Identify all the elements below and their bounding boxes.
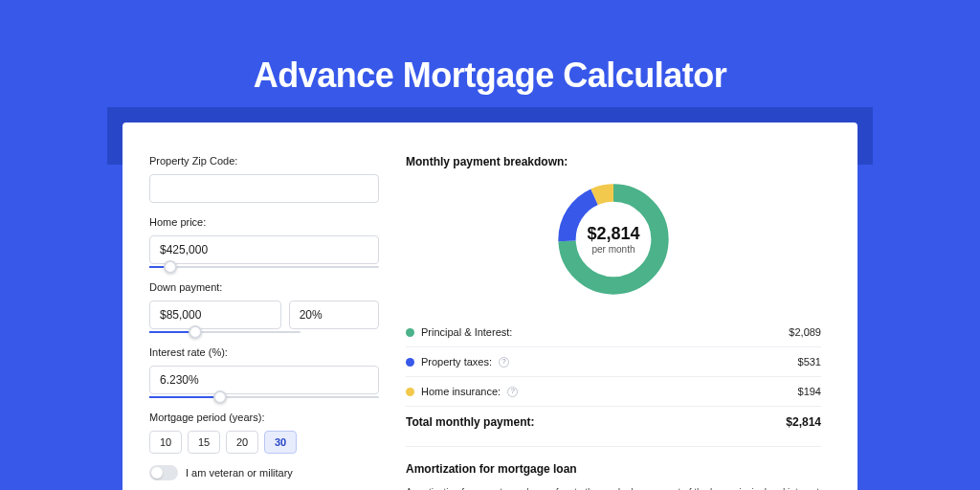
breakdown-total-row: Total monthly payment: $2,814 [406,407,821,442]
home-price-slider[interactable] [149,266,379,268]
breakdown-value: $2,089 [789,326,821,338]
veteran-toggle[interactable] [149,465,178,480]
zip-input[interactable] [149,174,379,203]
interest-rate-input[interactable] [149,366,379,394]
breakdown-value: $194 [798,386,821,397]
page-title: Advance Mortgage Calculator [0,0,980,96]
home-price-slider-thumb[interactable] [164,260,177,274]
down-payment-label: Down payment: [149,281,379,293]
breakdown-title: Monthly payment breakdown: [406,155,821,168]
mortgage-period-group: 10 15 20 30 [149,431,379,454]
period-option-20[interactable]: 20 [226,431,258,454]
info-icon[interactable]: ? [507,387,518,397]
down-payment-input[interactable] [149,301,281,329]
amortization-section: Amortization for mortgage loan Amortizat… [406,446,821,490]
info-icon[interactable]: ? [499,357,509,368]
mortgage-period-label: Mortgage period (years): [149,412,379,423]
amortization-text: Amortization for a mortgage loan refers … [406,485,821,490]
breakdown-row-insurance: Home insurance: ? $194 [406,377,821,407]
veteran-label: I am veteran or military [186,467,293,479]
home-price-label: Home price: [149,216,379,228]
input-panel: Property Zip Code: Home price: Down paym… [149,155,379,490]
period-option-30[interactable]: 30 [264,431,297,454]
amortization-title: Amortization for mortgage loan [406,462,821,476]
breakdown-value: $531 [798,356,821,368]
legend-dot-insurance [406,388,414,396]
breakdown-label: Home insurance: [421,386,501,397]
interest-rate-label: Interest rate (%): [149,346,379,358]
zip-label: Property Zip Code: [149,155,379,167]
down-payment-percent-input[interactable] [289,301,379,329]
breakdown-label: Principal & Interest: [421,326,512,338]
donut-center-amount: $2,814 [587,224,639,244]
calculator-card: Property Zip Code: Home price: Down paym… [122,122,858,490]
veteran-toggle-knob [151,467,163,479]
donut-center-sub: per month [591,244,635,255]
breakdown-panel: Monthly payment breakdown: $2,814 per mo… [406,155,821,490]
period-option-15[interactable]: 15 [188,431,220,454]
legend-dot-principal [406,328,414,337]
period-option-10[interactable]: 10 [149,431,182,454]
total-label: Total monthly payment: [406,415,534,429]
interest-rate-slider[interactable] [149,396,379,398]
legend-dot-taxes [406,358,414,367]
breakdown-row-principal: Principal & Interest: $2,089 [406,318,821,347]
breakdown-row-taxes: Property taxes: ? $531 [406,347,821,377]
down-payment-slider[interactable] [149,331,301,333]
total-value: $2,814 [786,415,821,429]
interest-rate-slider-thumb[interactable] [213,390,227,404]
down-payment-slider-thumb[interactable] [189,325,202,339]
payment-donut-chart: $2,814 per month [552,178,675,301]
home-price-input[interactable] [149,235,379,264]
breakdown-label: Property taxes: [421,356,492,368]
